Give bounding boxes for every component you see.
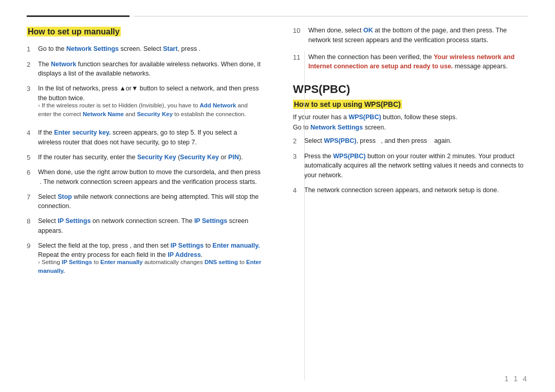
wps-step-2: 2 Select WPS(PBC), press , and then pres… bbox=[293, 136, 528, 146]
wps-section: WPS(PBC) How to set up using WPS(PBC) If… bbox=[293, 83, 528, 195]
step-9-note: Setting IP Settings to Enter manually au… bbox=[38, 258, 262, 276]
wps-go-to: Go to Network Settings screen. bbox=[293, 124, 528, 131]
wps-step-3: 3 Press the WPS(PBC) button on your rout… bbox=[293, 152, 528, 180]
left-column: How to set up manually 1 Go to the Netwo… bbox=[27, 26, 267, 371]
wps-subtitle: How to set up using WPS(PBC) bbox=[293, 100, 402, 109]
top-border-right bbox=[134, 16, 528, 16]
right-column: 10 When done, select OK at the bottom of… bbox=[288, 26, 528, 371]
step-2: 2 The Network function searches for avai… bbox=[27, 60, 262, 79]
step-7: 7 Select Stop while network connections … bbox=[27, 192, 262, 212]
step-9: 9 Select the field at the top, press , a… bbox=[27, 241, 262, 280]
step-6: 6 When done, use the right arrow button … bbox=[27, 167, 262, 187]
step-3-note: If the wireless router is set to Hidden … bbox=[38, 101, 262, 119]
page-container: How to set up manually 1 Go to the Netwo… bbox=[0, 0, 555, 392]
wps-step-list: 2 Select WPS(PBC), press , and then pres… bbox=[293, 136, 528, 195]
step-3: 3 In the list of networks, press ▲or▼ bu… bbox=[27, 84, 262, 123]
section-title-wrapper: How to set up manually bbox=[27, 26, 262, 38]
section-title: How to set up manually bbox=[27, 27, 121, 36]
column-divider bbox=[304, 51, 305, 380]
network-settings-link: Network Settings bbox=[66, 45, 119, 52]
wps-step-4: 4 The network connection screen appears,… bbox=[293, 185, 528, 196]
step-8: 8 Select IP Settings on network connecti… bbox=[27, 216, 262, 236]
top-border-left bbox=[27, 15, 130, 17]
step-10: 10 When done, select OK at the bottom of… bbox=[293, 26, 528, 45]
network-text: Network bbox=[51, 61, 76, 68]
step-list: 1 Go to the Network Settings screen. Sel… bbox=[27, 44, 262, 280]
start-link: Start bbox=[163, 45, 177, 52]
page-number: 1 1 4 bbox=[505, 375, 528, 383]
step-1: 1 Go to the Network Settings screen. Sel… bbox=[27, 44, 262, 54]
content-area: How to set up manually 1 Go to the Netwo… bbox=[27, 26, 528, 371]
step-4: 4 If the Enter security key. screen appe… bbox=[27, 128, 262, 147]
wps-subtitle-wrapper: How to set up using WPS(PBC) bbox=[293, 100, 528, 108]
step-5: 5 If the router has security, enter the … bbox=[27, 153, 262, 163]
wps-intro: If your router has a WPS(PBC) button, fo… bbox=[293, 114, 528, 121]
step-11: 11 When the connection has been verified… bbox=[293, 52, 528, 72]
wps-heading: WPS(PBC) bbox=[293, 83, 528, 96]
